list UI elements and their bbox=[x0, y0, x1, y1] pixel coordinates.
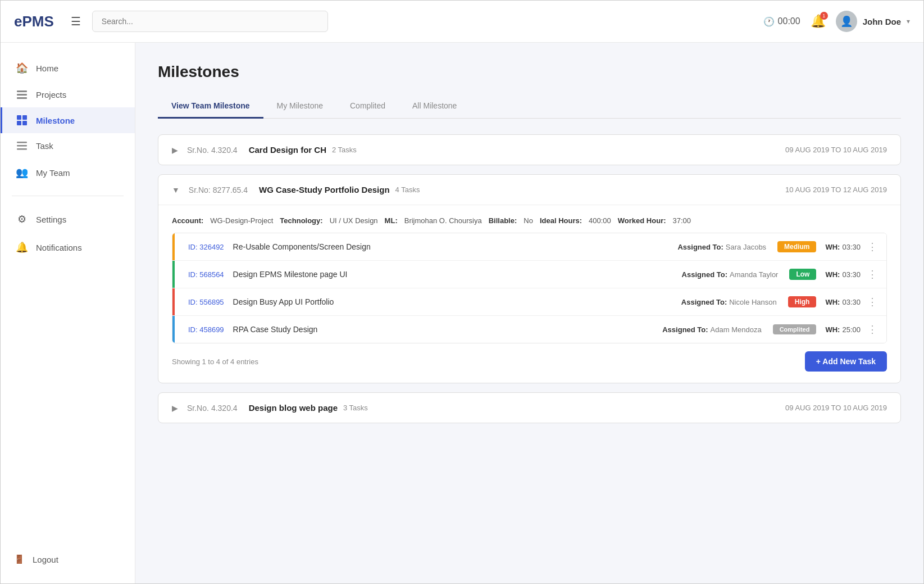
wh-label-3: WH: bbox=[825, 298, 840, 306]
task-id-2[interactable]: ID: 568564 bbox=[188, 270, 224, 279]
milestone-header-1[interactable]: ▶ Sr.No. 4.320.4 Card Design for CH 2 Ta… bbox=[158, 135, 900, 165]
svg-rect-7 bbox=[17, 142, 27, 143]
search-container bbox=[92, 11, 328, 32]
ideal-hours-label: Ideal Hours: bbox=[540, 216, 582, 225]
sr-num-2: 8277.65.4 bbox=[213, 185, 248, 194]
svg-rect-4 bbox=[22, 115, 27, 120]
priority-indicator bbox=[172, 316, 175, 343]
tabs-container: View Team Milestone My Milestone Complit… bbox=[158, 94, 901, 119]
task-name-1: Re-Usable Components/Screen Design bbox=[233, 242, 678, 251]
assigned-label-1: Assigned To: bbox=[677, 243, 723, 251]
account-val: WG-Design-Project bbox=[210, 216, 273, 225]
task-id-4[interactable]: ID: 458699 bbox=[188, 325, 224, 334]
assigned-val-4: Adam Mendoza bbox=[711, 325, 762, 334]
tasks-count-2: 4 Tasks bbox=[395, 185, 420, 194]
chevron-right-icon: ▶ bbox=[172, 146, 178, 155]
projects-icon bbox=[16, 90, 28, 99]
milestone-meta: Account: WG-Design-Project Technology: U… bbox=[172, 211, 887, 233]
sidebar-item-task[interactable]: Task bbox=[1, 133, 135, 159]
milestone-card-2: ▼ Sr.No: 8277.65.4 WG Case-Study Portfol… bbox=[158, 174, 901, 383]
sidebar-label-projects: Projects bbox=[36, 90, 66, 99]
milestone-details-2: Account: WG-Design-Project Technology: U… bbox=[158, 205, 900, 383]
date-range-1: 09 AUG 2019 TO 10 AUG 2019 bbox=[785, 146, 887, 154]
technology-val: UI / UX Design bbox=[330, 216, 378, 225]
sidebar-item-notifications[interactable]: 🔔 Notifications bbox=[1, 233, 135, 261]
billable-val: No bbox=[524, 216, 533, 225]
hamburger-menu[interactable]: ☰ bbox=[71, 15, 81, 28]
sidebar-logout[interactable]: 🚪 Logout bbox=[1, 546, 135, 572]
sidebar: 🏠 Home Projects Milestone Task bbox=[1, 43, 135, 583]
worked-hour-val: 37:00 bbox=[673, 216, 691, 225]
task-menu-2[interactable]: ⋮ bbox=[867, 268, 877, 280]
milestone-card-3: ▶ Sr.No. 4.320.4 Design blog web page 3 … bbox=[158, 392, 901, 423]
task-name-2: Design EPMS Milestone page UI bbox=[233, 270, 682, 279]
timer-display: 🕐 00:00 bbox=[763, 16, 800, 27]
date-range-3: 09 AUG 2019 TO 10 AUG 2019 bbox=[785, 404, 887, 412]
date-range-2: 10 AUG 2019 TO 12 AUG 2019 bbox=[785, 185, 887, 194]
priority-indicator bbox=[172, 233, 175, 260]
sidebar-item-home[interactable]: 🏠 Home bbox=[1, 54, 135, 82]
task-list: ID: 326492 Re-Usable Components/Screen D… bbox=[172, 233, 887, 343]
task-menu-3[interactable]: ⋮ bbox=[867, 296, 877, 308]
assigned-label-3: Assigned To: bbox=[681, 298, 727, 306]
priority-indicator bbox=[172, 288, 175, 315]
table-row: ID: 556895 Design Busy App UI Portfolio … bbox=[172, 288, 886, 316]
notification-badge: 1 bbox=[820, 12, 828, 20]
chevron-right-icon-3: ▶ bbox=[172, 404, 178, 413]
billable-label: Billable: bbox=[489, 216, 517, 225]
table-row: ID: 326492 Re-Usable Components/Screen D… bbox=[172, 233, 886, 261]
svg-rect-3 bbox=[17, 115, 21, 120]
sidebar-bottom: 🚪 Logout bbox=[1, 546, 135, 572]
sidebar-label-logout: Logout bbox=[33, 555, 58, 564]
account-label: Account: bbox=[172, 216, 203, 225]
assigned-val-2: Amanda Taylor bbox=[730, 270, 778, 279]
notifications-icon: 🔔 bbox=[16, 241, 28, 253]
wh-val-2: 03:30 bbox=[842, 270, 861, 279]
page-title: Milestones bbox=[158, 63, 901, 81]
app-wrapper: ePMS ☰ 🕐 00:00 🔔 1 👤 John Doe ▾ � bbox=[0, 0, 924, 584]
settings-icon: ⚙ bbox=[16, 213, 28, 225]
milestone-card-1: ▶ Sr.No. 4.320.4 Card Design for CH 2 Ta… bbox=[158, 134, 901, 165]
milestone-title-1: Card Design for CH bbox=[249, 145, 326, 155]
task-name-4: RPA Case Study Design bbox=[233, 325, 663, 334]
table-row: ID: 458699 RPA Case Study Design Assigne… bbox=[172, 316, 886, 343]
sidebar-item-my-team[interactable]: 👥 My Team bbox=[1, 159, 135, 187]
sr-label-3: Sr.No. bbox=[187, 404, 209, 413]
milestone-header-2[interactable]: ▼ Sr.No: 8277.65.4 WG Case-Study Portfol… bbox=[158, 175, 900, 205]
tab-completed[interactable]: Complited bbox=[336, 94, 399, 119]
tab-view-team[interactable]: View Team Milestone bbox=[158, 94, 263, 119]
sr-label-1: Sr.No. bbox=[187, 146, 209, 155]
search-input[interactable] bbox=[92, 11, 328, 32]
status-badge-4: Complited bbox=[773, 324, 817, 334]
assigned-label-2: Assigned To: bbox=[682, 270, 727, 279]
sr-num-3: 4.320.4 bbox=[211, 404, 238, 413]
assigned-val-1: Sara Jacobs bbox=[726, 243, 766, 251]
task-id-3[interactable]: ID: 556895 bbox=[188, 298, 224, 306]
sr-num-1: 4.320.4 bbox=[211, 146, 238, 155]
table-row: ID: 568564 Design EPMS Milestone page UI… bbox=[172, 261, 886, 288]
sidebar-divider bbox=[12, 196, 124, 196]
ideal-hours-val: 400:00 bbox=[589, 216, 611, 225]
sidebar-item-settings[interactable]: ⚙ Settings bbox=[1, 205, 135, 233]
assigned-val-3: Nicole Hanson bbox=[729, 298, 777, 306]
assigned-label-4: Assigned To: bbox=[662, 325, 708, 334]
tab-all-milestone[interactable]: All Milestone bbox=[399, 94, 470, 119]
technology-label: Technology: bbox=[280, 216, 322, 225]
sidebar-label-my-team: My Team bbox=[36, 168, 70, 178]
task-icon bbox=[16, 142, 28, 151]
tab-my-milestone[interactable]: My Milestone bbox=[263, 94, 336, 119]
logout-icon: 🚪 bbox=[14, 554, 25, 564]
task-menu-1[interactable]: ⋮ bbox=[867, 241, 877, 253]
topbar: ePMS ☰ 🕐 00:00 🔔 1 👤 John Doe ▾ bbox=[1, 1, 923, 43]
sidebar-item-projects[interactable]: Projects bbox=[1, 82, 135, 107]
ml-val: Brijmohan O. Choursiya bbox=[404, 216, 482, 225]
notification-bell[interactable]: 🔔 1 bbox=[811, 14, 826, 29]
task-menu-4[interactable]: ⋮ bbox=[867, 323, 877, 336]
svg-rect-0 bbox=[17, 90, 27, 92]
add-task-button[interactable]: + Add New Task bbox=[805, 351, 887, 372]
milestone-header-3[interactable]: ▶ Sr.No. 4.320.4 Design blog web page 3 … bbox=[158, 393, 900, 423]
priority-indicator bbox=[172, 261, 175, 288]
user-menu[interactable]: 👤 John Doe ▾ bbox=[836, 11, 910, 32]
task-id-1[interactable]: ID: 326492 bbox=[188, 243, 224, 251]
sidebar-item-milestone[interactable]: Milestone bbox=[1, 107, 135, 133]
